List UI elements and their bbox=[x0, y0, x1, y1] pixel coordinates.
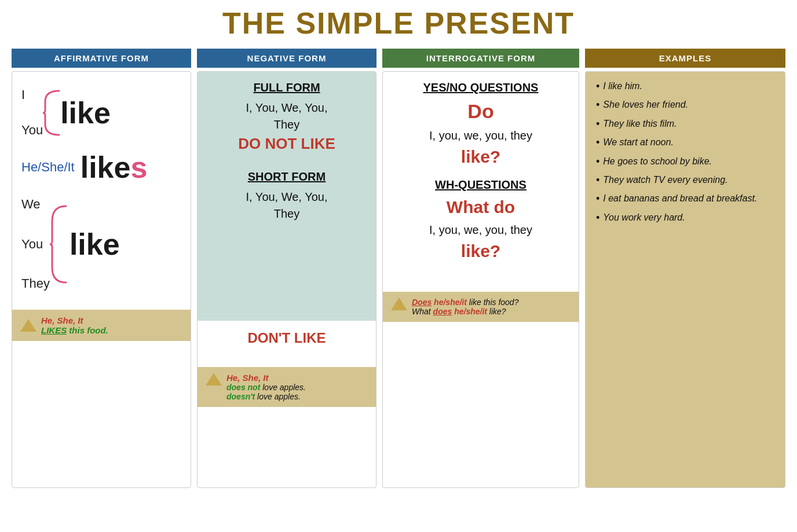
aff-pronoun-group-top: I You bbox=[21, 87, 43, 138]
ex-text: She loves her friend. bbox=[603, 98, 688, 111]
footer-likes-text: LIKES bbox=[41, 325, 67, 335]
aff-bottom-section: We You They like bbox=[21, 196, 185, 292]
int-upper: YES/NO QUESTIONS Do I, you, we, you, the… bbox=[383, 72, 579, 292]
neg-doesnt: doesn't bbox=[226, 392, 255, 401]
triangle-gold-int bbox=[391, 298, 407, 310]
neg-do-not-like: DO NOT LIKE bbox=[209, 135, 364, 153]
brace-top bbox=[43, 90, 60, 136]
columns-wrapper: AFFIRMATIVE FORM I You like He/She bbox=[12, 49, 785, 488]
col-aff-body: I You like He/She/It likes bbox=[12, 71, 191, 488]
ex-bullet: • bbox=[596, 156, 599, 168]
verb-likes: likes bbox=[81, 150, 148, 185]
neg-does-not: does not bbox=[226, 383, 260, 392]
triangle-gold-aff bbox=[20, 319, 36, 332]
aff-footer: He, She, It LIKES this food. bbox=[12, 310, 191, 341]
int-footer-line2: What does he/she/it like? bbox=[412, 307, 518, 316]
pronoun-I: I bbox=[21, 87, 43, 104]
int-do: Do bbox=[394, 100, 567, 123]
main-title: THE SIMPLE PRESENT bbox=[12, 6, 785, 41]
pronoun-group-bottom: We You They bbox=[21, 196, 50, 292]
int-footer-he-she-it2: he/she/it bbox=[452, 307, 487, 316]
neg-short-form-title: SHORT FORM bbox=[209, 170, 364, 184]
neg-pronouns1: I, You, We, You, bbox=[209, 101, 364, 115]
pronoun-You-top: You bbox=[21, 122, 43, 139]
example-item-1: • She loves her friend. bbox=[596, 98, 774, 111]
brace-bottom bbox=[50, 204, 67, 285]
verb-like-top: like bbox=[60, 96, 111, 130]
header-affirmative: AFFIRMATIVE FORM bbox=[12, 49, 191, 68]
neg-pronouns2: They bbox=[209, 118, 364, 131]
int-yes-no-title: YES/NO QUESTIONS bbox=[394, 81, 567, 94]
header-interrogative: INTERROGATIVE FORM bbox=[382, 49, 579, 68]
neg-pronouns4: They bbox=[209, 207, 364, 221]
neg-lower: DON'T LIKE bbox=[198, 321, 376, 367]
neg-footer-content: He, She, It does not love apples. doesn'… bbox=[226, 373, 306, 401]
header-examples: EXAMPLES bbox=[585, 49, 785, 68]
int-footer-content: Does he/she/it like this food? What does… bbox=[412, 298, 518, 316]
int-wh-title: WH-QUESTIONS bbox=[394, 178, 567, 192]
ex-text: He goes to school by bike. bbox=[603, 155, 712, 168]
neg-pronouns3: I, You, We, You, bbox=[209, 190, 364, 204]
ex-text: I like him. bbox=[603, 80, 642, 93]
neg-footer-line2: doesn't love apples. bbox=[226, 392, 306, 401]
col-int-body: YES/NO QUESTIONS Do I, you, we, you, the… bbox=[382, 71, 579, 488]
aff-footer-content: He, She, It LIKES this food. bbox=[41, 315, 108, 335]
example-item-2: • They like this film. bbox=[596, 118, 774, 130]
col-affirmative: AFFIRMATIVE FORM I You like He/She bbox=[12, 49, 191, 488]
int-like-q1: like? bbox=[394, 147, 567, 167]
ex-bullet: • bbox=[596, 137, 599, 149]
pronoun-We: We bbox=[21, 196, 50, 213]
int-footer-he-she-it: he/she/it bbox=[432, 298, 469, 307]
ex-bullet: • bbox=[596, 99, 599, 111]
col-neg-body: FULL FORM I, You, We, You, They DO NOT L… bbox=[197, 71, 376, 488]
neg-love1: love apples. bbox=[260, 383, 306, 392]
neg-footer: He, She, It does not love apples. doesn'… bbox=[198, 367, 376, 407]
neg-full-form-title: FULL FORM bbox=[209, 81, 364, 94]
col-examples: EXAMPLES • I like him. • She loves her f… bbox=[585, 49, 785, 488]
int-footer-like2: like? bbox=[487, 307, 506, 316]
ex-bullet: • bbox=[596, 174, 599, 186]
verb-like-bottom: like bbox=[70, 227, 120, 262]
aff-top-section: I You like bbox=[18, 87, 185, 138]
col-interrogative: INTERROGATIVE FORM YES/NO QUESTIONS Do I… bbox=[382, 49, 579, 488]
neg-footer-line1: does not love apples. bbox=[226, 383, 306, 392]
example-item-6: • I eat bananas and bread at breakfast. bbox=[596, 192, 774, 205]
neg-upper: FULL FORM I, You, We, You, They DO NOT L… bbox=[198, 72, 376, 321]
likes-s: s bbox=[130, 151, 147, 184]
header-negative: NEGATIVE FORM bbox=[197, 49, 376, 68]
int-footer-what-does: What bbox=[412, 307, 433, 316]
ex-bullet: • bbox=[596, 193, 599, 205]
col-negative: NEGATIVE FORM FULL FORM I, You, We, You,… bbox=[197, 49, 376, 488]
col-ex-body: • I like him. • She loves her friend. • … bbox=[585, 71, 785, 488]
int-footer-line1: Does he/she/it like this food? bbox=[412, 298, 518, 307]
example-item-7: • You work very hard. bbox=[596, 211, 774, 224]
footer-he-she-it-text: He, She, It bbox=[41, 315, 83, 325]
pronoun-You-bottom: You bbox=[21, 236, 50, 253]
aff-mid-section: He/She/It likes bbox=[21, 150, 185, 185]
ex-bullet: • bbox=[596, 212, 599, 224]
example-item-0: • I like him. bbox=[596, 80, 774, 93]
pronoun-They: They bbox=[21, 276, 50, 292]
ex-bullet: • bbox=[596, 80, 599, 93]
ex-text: They like this film. bbox=[603, 118, 677, 130]
aff-footer-line1: He, She, It bbox=[41, 315, 108, 325]
int-footer-does2: does bbox=[433, 307, 452, 316]
ex-text: You work very hard. bbox=[603, 211, 685, 224]
int-footer: Does he/she/it like this food? What does… bbox=[383, 292, 579, 322]
ex-text: They watch TV every evening. bbox=[603, 174, 727, 186]
neg-dont-like: DON'T LIKE bbox=[209, 330, 364, 346]
neg-footer-he-she-it: He, She, It bbox=[226, 373, 306, 383]
example-item-3: • We start at noon. bbox=[596, 136, 774, 149]
ex-text: I eat bananas and bread at breakfast. bbox=[603, 192, 757, 205]
footer-this-food: this food. bbox=[67, 325, 108, 335]
example-item-5: • They watch TV every evening. bbox=[596, 174, 774, 186]
int-footer-like-food: like this food? bbox=[469, 298, 519, 307]
ex-text: We start at noon. bbox=[603, 136, 674, 149]
int-like-q2: like? bbox=[394, 241, 567, 261]
pronoun-he-she-it: He/She/It bbox=[21, 160, 75, 175]
int-pronouns2: I, you, we, you, they bbox=[394, 222, 567, 238]
neg-love2: love apples. bbox=[255, 392, 301, 401]
example-item-4: • He goes to school by bike. bbox=[596, 155, 774, 168]
int-what-do: What do bbox=[394, 197, 567, 217]
page-wrapper: THE SIMPLE PRESENT AFFIRMATIVE FORM I Yo… bbox=[0, 0, 797, 532]
